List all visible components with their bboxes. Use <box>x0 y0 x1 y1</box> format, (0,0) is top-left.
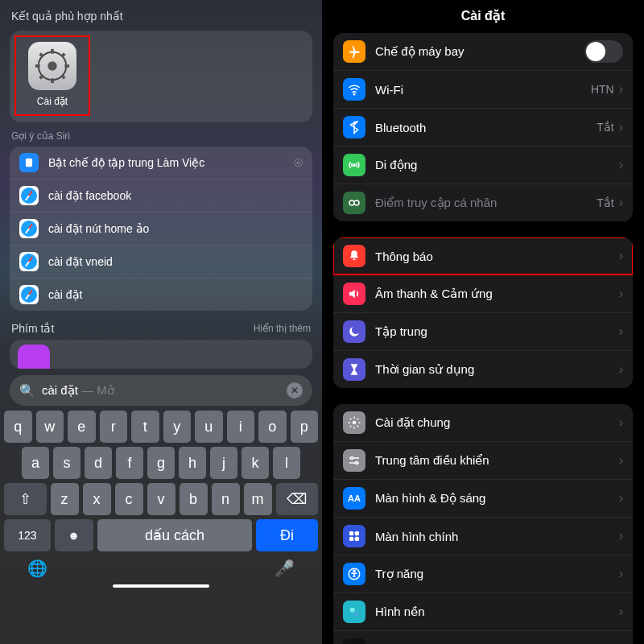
suggestion-item[interactable]: cài đặt <box>10 278 312 311</box>
key-emoji[interactable]: ☻ <box>55 519 93 551</box>
settings-row[interactable]: Trợ năng› <box>333 555 633 592</box>
chevron-right-icon: › <box>619 120 623 134</box>
settings-row[interactable]: Cài đặt chung› <box>333 404 633 441</box>
key-y[interactable]: y <box>163 411 192 443</box>
key-t[interactable]: t <box>131 411 159 443</box>
key-g[interactable]: g <box>147 447 175 479</box>
mic-icon[interactable]: 🎤 <box>275 559 295 578</box>
key-r[interactable]: r <box>100 411 128 443</box>
key-p[interactable]: p <box>291 411 319 443</box>
suggestion-item[interactable]: Bật chế độ tập trung Làm Việc⦾ <box>10 147 312 179</box>
settings-row[interactable]: BluetoothTắt› <box>333 108 633 146</box>
settings-label: Wi-Fi <box>375 83 591 97</box>
chevron-right-icon: › <box>619 324 623 339</box>
safari-icon <box>19 186 39 205</box>
key-go[interactable]: Đi <box>256 519 318 551</box>
key-z[interactable]: z <box>51 483 79 515</box>
key-b[interactable]: b <box>180 483 208 515</box>
key-d[interactable]: d <box>85 447 112 479</box>
wallpaper-icon <box>343 601 365 623</box>
svg-rect-25 <box>349 537 353 541</box>
svg-point-11 <box>353 93 355 95</box>
key-w[interactable]: w <box>36 411 64 443</box>
key-shift[interactable]: ⇧ <box>4 483 47 515</box>
bluetooth-icon <box>343 116 365 138</box>
svg-point-20 <box>356 462 358 464</box>
bell-icon <box>343 245 365 267</box>
gear-icon <box>343 411 365 434</box>
key-m[interactable]: m <box>244 483 272 515</box>
key-o[interactable]: o <box>258 411 287 443</box>
suggestion-item[interactable]: cài đặt vneid <box>10 245 312 278</box>
suggestion-item[interactable]: cài đặt facebook <box>10 179 312 212</box>
key-x[interactable]: x <box>83 483 111 515</box>
settings-label: Tập trung <box>375 324 619 339</box>
settings-label: Điểm truy cập cá nhân <box>375 196 597 210</box>
settings-label: Màn hình chính <box>375 530 619 543</box>
settings-row[interactable]: Trung tâm điều khiển› <box>333 441 633 479</box>
key-n[interactable]: n <box>212 483 240 515</box>
best-match-app[interactable]: Cài đặt <box>14 35 90 116</box>
chevron-right-icon: › <box>619 415 623 430</box>
key-f[interactable]: f <box>116 447 143 479</box>
settings-label: Thời gian sử dụng <box>375 362 619 377</box>
settings-pane: Cài đặt Chế độ máy bayWi-FiHTN›Bluetooth… <box>322 0 644 644</box>
key-123[interactable]: 123 <box>4 519 51 551</box>
settings-label: Di động <box>375 158 619 172</box>
search-clear-icon[interactable]: ✕ <box>287 382 303 398</box>
keyboard: qwertyuiop asdfghjkl ⇧zxcvbnm⌫ 123 ☻ dấu… <box>0 411 322 551</box>
settings-row[interactable]: AAMàn hình & Độ sáng› <box>333 479 633 517</box>
shortcut-card[interactable] <box>10 340 312 369</box>
settings-row[interactable]: Tập trung› <box>333 312 633 350</box>
settings-row[interactable]: Wi-FiHTN› <box>333 70 633 108</box>
settings-row[interactable]: Hình nền› <box>333 592 633 630</box>
key-a[interactable]: a <box>22 447 49 479</box>
key-q[interactable]: q <box>4 411 32 443</box>
search-bar[interactable]: 🔍 cài đặt — Mở ✕ <box>10 375 312 406</box>
settings-row[interactable]: Thời gian sử dụng› <box>333 350 633 388</box>
shortcuts-more-link[interactable]: Hiển thị thêm <box>254 323 311 334</box>
chevron-right-icon: › <box>619 567 623 581</box>
home-indicator[interactable] <box>113 584 209 588</box>
key-l[interactable]: l <box>273 447 300 479</box>
settings-row[interactable]: Điểm truy cập cá nhânTắt› <box>333 184 633 221</box>
hotspot-icon <box>343 192 365 214</box>
safari-icon <box>19 219 39 238</box>
key-k[interactable]: k <box>242 447 269 479</box>
settings-row[interactable]: Siri & Tìm kiếm› <box>333 630 633 644</box>
key-v[interactable]: v <box>147 483 175 515</box>
key-c[interactable]: c <box>115 483 143 515</box>
settings-label: Cài đặt chung <box>375 415 619 430</box>
svg-point-17 <box>351 457 353 460</box>
settings-row[interactable]: Di động› <box>333 146 633 184</box>
search-input[interactable]: cài đặt — Mở <box>42 383 279 398</box>
settings-row[interactable]: Màn hình chính› <box>333 517 633 555</box>
shortcut-icon <box>18 345 50 369</box>
key-s[interactable]: s <box>53 447 80 479</box>
key-e[interactable]: e <box>68 411 96 443</box>
svg-line-9 <box>62 54 65 57</box>
svg-point-30 <box>353 611 358 616</box>
suggestion-item[interactable]: cài đặt nút home ảo <box>10 212 312 245</box>
settings-row[interactable]: Chế độ máy bay <box>333 33 633 70</box>
wifi-icon <box>343 78 365 101</box>
svg-rect-10 <box>26 159 32 167</box>
toggle-switch[interactable] <box>584 40 623 63</box>
display-icon: AA <box>343 487 365 510</box>
key-i[interactable]: i <box>227 411 255 443</box>
settings-row[interactable]: Âm thanh & Cảm ứng› <box>333 275 633 312</box>
key-u[interactable]: u <box>195 411 223 443</box>
globe-icon[interactable]: 🌐 <box>27 559 47 578</box>
key-space[interactable]: dấu cách <box>97 519 252 551</box>
key-h[interactable]: h <box>179 447 206 479</box>
settings-icon <box>28 42 76 90</box>
settings-label: Trung tâm điều khiển <box>375 453 619 468</box>
svg-point-16 <box>353 421 357 425</box>
key-j[interactable]: j <box>210 447 237 479</box>
settings-label: Hình nền <box>375 605 619 619</box>
settings-row[interactable]: Thông báo› <box>333 237 633 275</box>
svg-line-6 <box>40 54 43 57</box>
key-backspace[interactable]: ⌫ <box>276 483 319 515</box>
airplane-icon <box>343 40 365 63</box>
settings-label: Màn hình & Độ sáng <box>375 491 619 506</box>
